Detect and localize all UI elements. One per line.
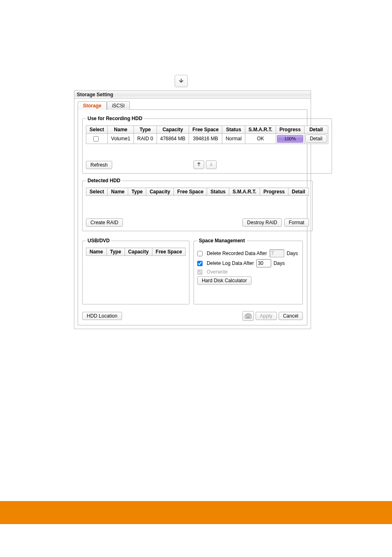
cell-status: Normal bbox=[222, 134, 245, 144]
delete-recorded-checkbox[interactable] bbox=[197, 251, 203, 256]
usb-dvd-legend: USB/DVD bbox=[86, 238, 111, 244]
col-status[interactable]: Status bbox=[207, 188, 229, 196]
table-header-row: Name Type Capacity Free Space bbox=[86, 248, 186, 256]
arrow-down-icon bbox=[209, 162, 214, 167]
col-type[interactable]: Type bbox=[134, 126, 157, 134]
delete-recorded-label: Delete Recorded Data After bbox=[207, 251, 267, 256]
tab-storage[interactable]: Storage bbox=[78, 101, 107, 110]
cell-capacity: 476864 MB bbox=[157, 134, 189, 144]
cell-smart: OK bbox=[245, 134, 276, 144]
col-free-space[interactable]: Free Space bbox=[189, 126, 222, 134]
days-label: Days bbox=[287, 251, 298, 256]
cell-free-space: 394816 MB bbox=[189, 134, 222, 144]
detail-button[interactable]: Detail bbox=[305, 135, 327, 143]
move-up-button[interactable] bbox=[194, 160, 204, 169]
progress-bar: 100% bbox=[277, 135, 303, 143]
apply-button[interactable]: Apply bbox=[256, 312, 277, 320]
panel-title: Storage Setting bbox=[74, 91, 311, 99]
recording-hdd-group: Use for Recording HDD Select Name Type C… bbox=[82, 116, 332, 174]
space-management-legend: Space Management bbox=[197, 238, 247, 244]
table-header-row: Select Name Type Capacity Free Space Sta… bbox=[86, 126, 328, 134]
recording-hdd-table: Select Name Type Capacity Free Space Sta… bbox=[86, 125, 328, 144]
cell-name: Volume1 bbox=[108, 134, 134, 144]
col-select[interactable]: Select bbox=[86, 126, 108, 134]
page-footer-bar bbox=[0, 501, 392, 524]
create-raid-button[interactable]: Create RAID bbox=[86, 218, 123, 227]
col-free-space[interactable]: Free Space bbox=[174, 188, 207, 196]
col-smart[interactable]: S.M.A.R.T. bbox=[229, 188, 260, 196]
delete-log-days-input[interactable] bbox=[256, 259, 271, 267]
keyboard-icon bbox=[245, 313, 251, 318]
space-management-group: Space Management Delete Recorded Data Af… bbox=[194, 238, 303, 304]
detected-hdd-table: Select Name Type Capacity Free Space Sta… bbox=[86, 188, 309, 196]
tab-iscsi[interactable]: iSCSI bbox=[107, 101, 130, 110]
format-button[interactable]: Format bbox=[284, 218, 309, 227]
col-name[interactable]: Name bbox=[86, 248, 107, 256]
delete-log-checkbox[interactable] bbox=[197, 261, 203, 266]
arrow-down-icon bbox=[178, 78, 184, 84]
col-smart[interactable]: S.M.A.R.T. bbox=[245, 126, 276, 134]
svg-rect-0 bbox=[245, 315, 251, 318]
storage-setting-panel: Storage Setting Storage iSCSI Use for Re… bbox=[74, 91, 311, 329]
hard-disk-calculator-button[interactable]: Hard Disk Calculator bbox=[197, 276, 251, 285]
row-select-checkbox[interactable] bbox=[93, 136, 99, 142]
col-detail[interactable]: Detail bbox=[288, 188, 309, 196]
col-type[interactable]: Type bbox=[106, 248, 125, 256]
destroy-raid-button[interactable]: Destroy RAID bbox=[242, 218, 281, 227]
overwrite-label: Overwrite bbox=[207, 269, 228, 275]
col-name[interactable]: Name bbox=[108, 126, 134, 134]
col-select[interactable]: Select bbox=[86, 188, 108, 196]
recording-hdd-legend: Use for Recording HDD bbox=[86, 116, 144, 121]
arrow-up-icon bbox=[196, 162, 201, 167]
col-progress[interactable]: Progress bbox=[260, 188, 288, 196]
tab-strip: Storage iSCSI bbox=[74, 99, 311, 110]
days-label-2: Days bbox=[274, 260, 285, 266]
virtual-keyboard-button[interactable] bbox=[242, 311, 254, 321]
detected-hdd-legend: Detected HDD bbox=[86, 178, 122, 183]
detected-hdd-group: Detected HDD Select Name Type Capacity F… bbox=[82, 178, 313, 231]
usb-dvd-table: Name Type Capacity Free Space bbox=[86, 248, 186, 256]
usb-dvd-group: USB/DVD Name Type Capacity Free Space bbox=[82, 238, 189, 304]
col-free-space[interactable]: Free Space bbox=[152, 248, 185, 256]
tab-panel-storage: Use for Recording HDD Select Name Type C… bbox=[78, 109, 307, 325]
cell-type: RAID 0 bbox=[134, 134, 157, 144]
down-arrow-button[interactable] bbox=[175, 75, 188, 87]
refresh-button[interactable]: Refresh bbox=[86, 161, 112, 169]
delete-log-label: Delete Log Data After bbox=[207, 260, 254, 266]
cell-progress: 100% bbox=[276, 134, 304, 144]
col-detail[interactable]: Detail bbox=[304, 126, 328, 134]
col-status[interactable]: Status bbox=[222, 126, 245, 134]
move-down-button[interactable] bbox=[206, 160, 217, 169]
table-header-row: Select Name Type Capacity Free Space Sta… bbox=[86, 188, 309, 196]
hdd-location-button[interactable]: HDD Location bbox=[82, 312, 122, 320]
overwrite-checkbox bbox=[197, 269, 203, 275]
table-row: Volume1 RAID 0 476864 MB 394816 MB Norma… bbox=[86, 134, 328, 144]
col-capacity[interactable]: Capacity bbox=[157, 126, 189, 134]
col-name[interactable]: Name bbox=[108, 188, 128, 196]
col-capacity[interactable]: Capacity bbox=[125, 248, 152, 256]
cancel-button[interactable]: Cancel bbox=[279, 312, 303, 320]
col-progress[interactable]: Progress bbox=[276, 126, 304, 134]
col-type[interactable]: Type bbox=[128, 188, 146, 196]
delete-recorded-days-input[interactable] bbox=[270, 249, 284, 258]
col-capacity[interactable]: Capacity bbox=[146, 188, 174, 196]
